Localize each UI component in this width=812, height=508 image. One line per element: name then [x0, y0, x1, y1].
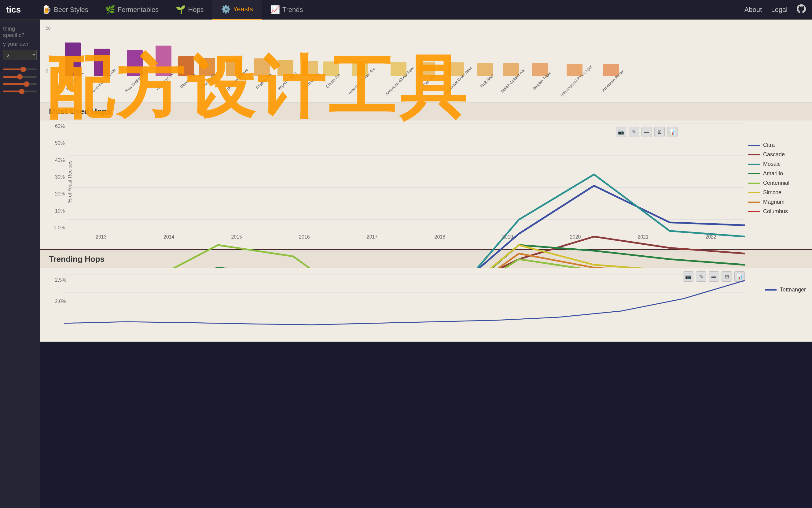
nav-trends[interactable]: 📈 Trends	[261, 0, 312, 19]
y-30: 30%	[46, 174, 65, 180]
legend-tettnanger: Tettnanger	[765, 287, 806, 293]
slider-thumb-3[interactable]	[24, 81, 29, 87]
legend-amarillo: Amarillo	[748, 170, 800, 177]
legend-simcoe-line	[748, 192, 760, 193]
bar-item: Red IPA	[419, 62, 435, 84]
slider-fill-3	[3, 83, 27, 85]
x-2018: 2018	[434, 234, 445, 240]
nav-yeasts-label: Yeasts	[233, 5, 253, 13]
y-10: 10%	[46, 208, 65, 214]
sidebar-text1: thing specific?	[3, 26, 37, 39]
trends-icon: 📈	[270, 5, 280, 14]
app-title: tics	[6, 5, 21, 15]
x-2013: 2013	[96, 234, 107, 240]
legend-citra-line	[748, 145, 760, 146]
y-60: 60%	[46, 124, 65, 129]
nav-about-link[interactable]: About	[745, 6, 762, 14]
yeasts-icon: ⚙️	[221, 5, 231, 14]
most-used-hops-legend: Citra Cascade Mosaic Amarillo Centennial	[745, 124, 806, 240]
legend-magnum-line	[748, 202, 760, 203]
bar-item: Alternative Grain Beer	[436, 62, 476, 84]
legend-columbus: Columbus	[748, 208, 800, 215]
legend-cascade-line	[748, 154, 760, 155]
bar-y-0: 0	[46, 69, 48, 73]
most-used-hops-header: Most Used Hops	[40, 102, 812, 121]
x-axis: 2013 2014 2015 2016 2017 2018 2019 2020 …	[67, 234, 745, 240]
nav-beer-styles-label: Beer Styles	[54, 6, 88, 14]
navbar: tics 🍺 Beer Styles 🌿 Fermentables 🌱 Hops…	[0, 0, 812, 19]
legend-simcoe-label: Simcoe	[763, 189, 781, 196]
slider-thumb-4[interactable]	[19, 89, 25, 94]
bar-item: American Pale Ale	[86, 49, 118, 84]
legend-mosaic: Mosaic	[748, 161, 800, 167]
bar-item: Fruit Beer	[477, 63, 494, 84]
y-50: 50%	[46, 140, 65, 146]
legend-mosaic-line	[748, 164, 760, 165]
bar-item: American Wheat Beer	[379, 62, 418, 84]
hops-icon: 🌱	[176, 5, 186, 14]
legend-mosaic-label: Mosaic	[763, 161, 780, 167]
legend-cascade: Cascade	[748, 152, 800, 158]
x-2021: 2021	[638, 234, 649, 240]
bar-item: American Porter	[597, 64, 626, 84]
most-used-hops-container: Most Used Hops 📷 ✎ ▬ ⊞ 📊 % of Yeast Reci…	[40, 99, 812, 249]
legend-columbus-label: Columbus	[763, 208, 788, 215]
x-2020: 2020	[570, 234, 581, 240]
sidebar-text2: y your own	[3, 41, 37, 47]
bar-item: International Pale Lager	[554, 64, 595, 84]
slider-thumb-1[interactable]	[20, 67, 26, 72]
bar-item: British Golden Ale	[495, 63, 527, 84]
bar-item: Double IPA	[197, 58, 217, 84]
slider-track-1[interactable]	[3, 69, 37, 70]
bar-rect	[127, 50, 143, 76]
legend-amarillo-line	[748, 173, 760, 174]
y-40: 40%	[46, 158, 65, 163]
nav-legal-link[interactable]: Legal	[771, 6, 787, 14]
beer-styles-icon: 🍺	[42, 5, 51, 14]
trending-hops-chart: 📷 ✎ ▬ ⊞ 📊 2.5% 2.0%	[40, 268, 812, 342]
legend-centennial-label: Centennial	[763, 180, 790, 186]
most-used-hops-chart-area: 📷 ✎ ▬ ⊞ 📊 % of Yeast Recipes 60% 50% 40%…	[46, 124, 745, 240]
trending-svg	[64, 274, 745, 329]
bar-rect	[65, 43, 81, 76]
slider-track-3[interactable]	[3, 83, 37, 85]
most-used-hops-body: 📷 ✎ ▬ ⊞ 📊 % of Yeast Recipes 60% 50% 40%…	[40, 121, 812, 243]
nav-beer-styles[interactable]: 🍺 Beer Styles	[33, 0, 97, 19]
legend-tettnanger-line	[765, 289, 777, 291]
most-used-hops-title: Most Used Hops	[49, 107, 111, 116]
bar-item: Imperial Stout	[273, 60, 298, 84]
slider-thumb-2[interactable]	[17, 74, 22, 80]
x-2017: 2017	[367, 234, 378, 240]
nav-items: 🍺 Beer Styles 🌿 Fermentables 🌱 Hops ⚙️ Y…	[33, 0, 744, 19]
legend-centennial: Centennial	[748, 180, 800, 186]
bar-item: English IPA	[252, 58, 272, 84]
legend-simcoe: Simcoe	[748, 189, 800, 196]
slider-track-2[interactable]	[3, 76, 37, 78]
bar-item: American IPA	[152, 46, 176, 84]
bar-rect	[155, 46, 172, 76]
github-icon	[797, 4, 806, 13]
legend-tettnanger-label: Tettnanger	[780, 287, 806, 293]
bar-item: American Amber Ale	[342, 61, 378, 84]
legend-citra-label: Citra	[763, 142, 775, 148]
slider-track-4[interactable]	[3, 90, 37, 92]
bar-item: Belgian Tripel	[528, 63, 552, 84]
legend-magnum-label: Magnum	[763, 199, 784, 205]
nav-hops[interactable]: 🌱 Hops	[167, 0, 212, 19]
y-20: 20%	[46, 191, 65, 197]
y-0: 0.0%	[46, 225, 65, 230]
slider-group-1	[3, 69, 37, 70]
nav-yeasts[interactable]: ⚙️ Yeasts	[212, 0, 261, 19]
sidebar-select[interactable]: s	[3, 50, 37, 60]
bar-rect	[419, 62, 435, 76]
bar-item: Cream Ale	[322, 61, 341, 84]
bar-item: Specialty IPA	[61, 43, 84, 84]
nav-github-link[interactable]	[797, 4, 806, 15]
slider-group-2	[3, 76, 37, 78]
nav-fermentables-label: Fermentables	[118, 6, 159, 14]
nav-right: About Legal	[745, 4, 806, 15]
nav-fermentables[interactable]: 🌿 Fermentables	[97, 0, 168, 19]
bar-item: Blonde Ale	[177, 56, 196, 84]
fermentables-icon: 🌿	[105, 5, 115, 14]
main-content: 配方设计工具 50 0 Specialty IPAAmerican Pale A…	[40, 19, 812, 342]
